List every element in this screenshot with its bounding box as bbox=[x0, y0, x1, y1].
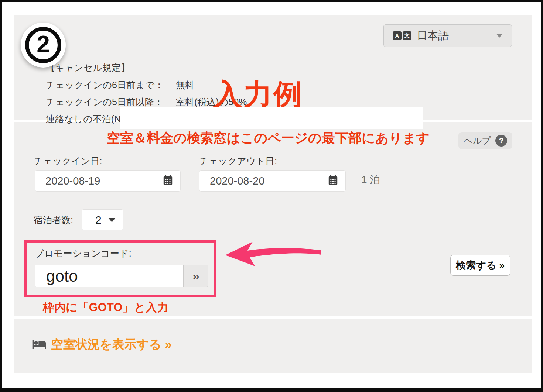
availability-link[interactable]: 空室状況を表示する » bbox=[31, 336, 172, 353]
guests-select[interactable]: 2 bbox=[82, 209, 123, 230]
question-mark-icon: ? bbox=[495, 135, 507, 147]
divider bbox=[34, 238, 513, 238]
checkout-date-field[interactable] bbox=[199, 170, 346, 192]
booking-widget-screenshot: 【キャンセル規定】 チェックインの6日前まで： 無料 チェックインの5日前以降：… bbox=[0, 0, 543, 392]
translate-icon-b: 文 bbox=[403, 31, 411, 40]
help-button-label: ヘルプ bbox=[464, 135, 491, 147]
cancel-policy-title: 【キャンセル規定】 bbox=[46, 62, 252, 74]
guests-selected-value: 2 bbox=[95, 214, 102, 226]
white-overlay bbox=[120, 107, 423, 129]
availability-link-label: 空室状況を表示する » bbox=[51, 336, 172, 353]
step-2-badge: 2 bbox=[21, 23, 66, 68]
divider bbox=[34, 201, 513, 201]
chevron-down-icon bbox=[496, 34, 503, 38]
guests-label: 宿泊者数: bbox=[34, 214, 73, 226]
search-window-note-annotation: 空室＆料金の検索窓はこのページの最下部にあります bbox=[107, 129, 430, 147]
language-selector[interactable]: A 文 日本語 bbox=[383, 24, 512, 47]
checkin-date-field[interactable] bbox=[35, 170, 181, 192]
chevron-down-icon bbox=[108, 218, 116, 222]
translate-icon-a: A bbox=[393, 31, 402, 40]
goto-note-annotation: 枠内に「GOTO」と入力 bbox=[43, 300, 168, 315]
checkin-date-input[interactable] bbox=[45, 175, 160, 187]
bed-icon bbox=[31, 337, 47, 353]
checkout-date-input[interactable] bbox=[210, 175, 325, 187]
nights-count: 1 泊 bbox=[361, 173, 380, 187]
calendar-icon[interactable] bbox=[163, 175, 173, 187]
policy-row-label: チェックインの6日前まで： bbox=[46, 79, 176, 91]
checkout-date-label: チェックアウト日: bbox=[199, 155, 277, 167]
translate-icon: A 文 bbox=[393, 31, 411, 40]
search-button[interactable]: 検索する » bbox=[450, 255, 510, 276]
step-2-badge-number: 2 bbox=[37, 32, 50, 58]
step-2-badge-ring: 2 bbox=[25, 27, 61, 63]
checkin-date-label: チェックイン日: bbox=[34, 155, 102, 167]
calendar-icon[interactable] bbox=[328, 175, 338, 187]
pink-arrow-annotation bbox=[224, 240, 324, 269]
policy-row-value: 無料 bbox=[176, 79, 194, 91]
promo-highlight-box bbox=[24, 240, 216, 297]
language-selected-value: 日本語 bbox=[417, 28, 449, 43]
help-button[interactable]: ヘルプ ? bbox=[458, 132, 512, 149]
